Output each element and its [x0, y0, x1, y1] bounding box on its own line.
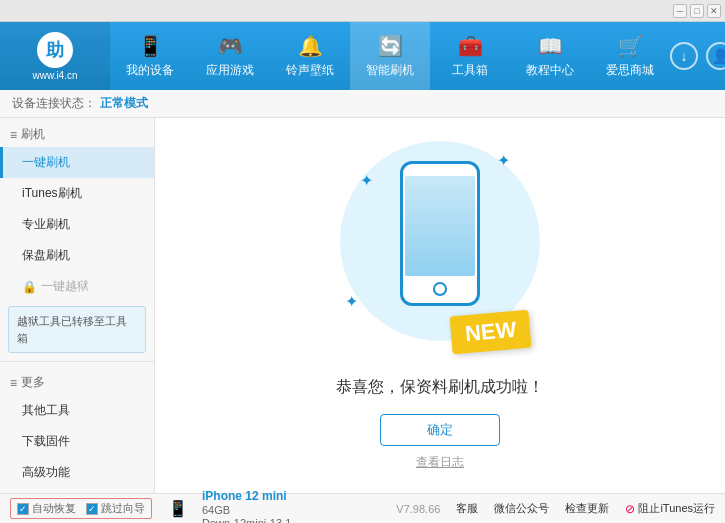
more-section-label: 更多 [21, 374, 45, 391]
smart-flash-icon: 🔄 [378, 34, 403, 58]
device-phone-icon: 📱 [168, 499, 188, 518]
device-storage: 64GB [202, 504, 291, 516]
flash-section-label: 刷机 [21, 126, 45, 143]
nav-item-tutorial-label: 教程中心 [526, 62, 574, 79]
apps-games-icon: 🎮 [218, 34, 243, 58]
logo-icon: 助 [37, 32, 73, 68]
sidebar-item-one-key-flash[interactable]: 一键刷机 [0, 147, 154, 178]
sidebar-item-advanced[interactable]: 高级功能 [0, 457, 154, 488]
flash-section-icon: ≡ [10, 128, 17, 142]
header: 助 www.i4.cn 📱 我的设备 🎮 应用游戏 🔔 铃声壁纸 🔄 智能刷机 … [0, 22, 725, 90]
sidebar-section-more: ≡ 更多 [0, 366, 154, 395]
nav-item-tutorial[interactable]: 📖 教程中心 [510, 22, 590, 90]
sidebar-item-other-tools[interactable]: 其他工具 [0, 395, 154, 426]
back-log-link[interactable]: 查看日志 [416, 454, 464, 471]
phone-home-btn [433, 282, 447, 296]
nav-item-toolbox-label: 工具箱 [452, 62, 488, 79]
logo-url: www.i4.cn [32, 70, 77, 81]
confirm-button[interactable]: 确定 [380, 414, 500, 446]
footer-right: V7.98.66 客服 微信公众号 检查更新 ⊘ 阻止iTunes运行 [396, 501, 715, 516]
phone-illustration: ✦ ✦ ✦ NEW [340, 141, 540, 361]
download-button[interactable]: ↓ [670, 42, 698, 70]
nav-item-shop-label: 爱思商城 [606, 62, 654, 79]
status-label: 设备连接状态： [12, 95, 96, 112]
nav-item-smart-flash[interactable]: 🔄 智能刷机 [350, 22, 430, 90]
sidebar-section-flash: ≡ 刷机 [0, 118, 154, 147]
my-device-icon: 📱 [138, 34, 163, 58]
sparkle-icon-3: ✦ [345, 292, 358, 311]
auto-restore-checkbox[interactable]: ✓ 自动恢复 [17, 501, 76, 516]
sidebar-item-itunes-flash[interactable]: iTunes刷机 [0, 178, 154, 209]
skip-wizard-check-icon: ✓ [86, 503, 98, 515]
new-badge: NEW [449, 309, 531, 354]
itunes-label: 阻止iTunes运行 [638, 501, 715, 516]
main-layout: ≡ 刷机 一键刷机 iTunes刷机 专业刷机 保盘刷机 🔒 一键越狱 越狱工具… [0, 118, 725, 493]
nav-item-smart-flash-label: 智能刷机 [366, 62, 414, 79]
ringtones-icon: 🔔 [298, 34, 323, 58]
phone-screen [405, 176, 475, 276]
header-right: ↓ 👤 [670, 42, 725, 70]
more-section-icon: ≡ [10, 376, 17, 390]
nav-item-apps-games-label: 应用游戏 [206, 62, 254, 79]
nav-item-apps-games[interactable]: 🎮 应用游戏 [190, 22, 270, 90]
sidebar-item-download-firmware[interactable]: 下载固件 [0, 426, 154, 457]
nav-item-ringtones[interactable]: 🔔 铃声壁纸 [270, 22, 350, 90]
version-label: V7.98.66 [396, 503, 440, 515]
lock-icon: 🔒 [22, 280, 37, 294]
sidebar: ≡ 刷机 一键刷机 iTunes刷机 专业刷机 保盘刷机 🔒 一键越狱 越狱工具… [0, 118, 155, 493]
check-update-link[interactable]: 检查更新 [565, 501, 609, 516]
skip-wizard-checkbox[interactable]: ✓ 跳过向导 [86, 501, 145, 516]
sidebar-item-jailbreak-disabled: 🔒 一键越狱 [0, 271, 154, 302]
logo-area: 助 www.i4.cn [0, 22, 110, 90]
itunes-icon: ⊘ [625, 502, 635, 516]
shop-icon: 🛒 [618, 34, 643, 58]
device-name: iPhone 12 mini [202, 489, 291, 503]
footer-left: ✓ 自动恢复 ✓ 跳过向导 📱 iPhone 12 mini 64GB Down… [10, 489, 396, 524]
nav-items: 📱 我的设备 🎮 应用游戏 🔔 铃声壁纸 🔄 智能刷机 🧰 工具箱 📖 教程中心… [110, 22, 670, 90]
device-model: Down-12mini-13,1 [202, 517, 291, 524]
device-info: iPhone 12 mini 64GB Down-12mini-13,1 [202, 489, 291, 524]
nav-item-ringtones-label: 铃声壁纸 [286, 62, 334, 79]
sidebar-divider [0, 361, 154, 362]
sparkle-icon-2: ✦ [497, 151, 510, 170]
status-bar: 设备连接状态： 正常模式 [0, 90, 725, 118]
nav-item-toolbox[interactable]: 🧰 工具箱 [430, 22, 510, 90]
phone-device [400, 161, 480, 306]
sparkle-icon-1: ✦ [360, 171, 373, 190]
toolbox-icon: 🧰 [458, 34, 483, 58]
customer-service-link[interactable]: 客服 [456, 501, 478, 516]
wechat-link[interactable]: 微信公众号 [494, 501, 549, 516]
main-content: ✦ ✦ ✦ NEW 恭喜您，保资料刷机成功啦！ 确定 查看日志 [155, 118, 725, 493]
status-value: 正常模式 [100, 95, 148, 112]
sidebar-info-box: 越狱工具已转移至工具箱 [8, 306, 146, 353]
nav-item-shop[interactable]: 🛒 爱思商城 [590, 22, 670, 90]
close-button[interactable]: ✕ [707, 4, 721, 18]
success-message: 恭喜您，保资料刷机成功啦！ [336, 377, 544, 398]
auto-restore-check-icon: ✓ [17, 503, 29, 515]
sidebar-item-save-flash[interactable]: 保盘刷机 [0, 240, 154, 271]
nav-item-my-device-label: 我的设备 [126, 62, 174, 79]
maximize-button[interactable]: □ [690, 4, 704, 18]
auto-restore-label: 自动恢复 [32, 501, 76, 516]
nav-item-my-device[interactable]: 📱 我的设备 [110, 22, 190, 90]
account-button[interactable]: 👤 [706, 42, 725, 70]
minimize-button[interactable]: ─ [673, 4, 687, 18]
tutorial-icon: 📖 [538, 34, 563, 58]
skip-wizard-label: 跳过向导 [101, 501, 145, 516]
footer: ✓ 自动恢复 ✓ 跳过向导 📱 iPhone 12 mini 64GB Down… [0, 493, 725, 523]
itunes-block: ⊘ 阻止iTunes运行 [625, 501, 715, 516]
title-bar: ─ □ ✕ [0, 0, 725, 22]
sidebar-item-pro-flash[interactable]: 专业刷机 [0, 209, 154, 240]
